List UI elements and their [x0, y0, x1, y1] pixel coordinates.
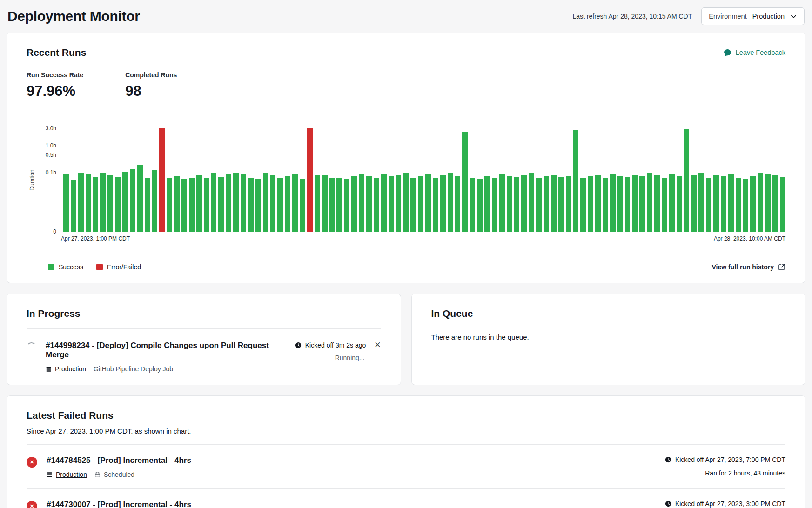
chart-bar-success[interactable]	[381, 174, 387, 232]
chart-bar-success[interactable]	[218, 177, 224, 232]
chart-bar-success[interactable]	[544, 176, 549, 232]
chart-bar-success[interactable]	[403, 173, 409, 232]
chart-bar-success[interactable]	[196, 175, 202, 232]
chart-bar-success[interactable]	[677, 176, 682, 232]
chart-bar-failed[interactable]	[159, 128, 165, 232]
chart-bar-success[interactable]	[366, 176, 372, 232]
chart-bar-success[interactable]	[669, 174, 675, 232]
chart-bar-success[interactable]	[389, 176, 394, 232]
environment-selector[interactable]: Environment Production	[701, 7, 805, 25]
chart-bar-success[interactable]	[750, 176, 756, 232]
chart-bar-success[interactable]	[551, 175, 557, 232]
close-icon[interactable]: ✕	[374, 341, 381, 349]
chart-bar-success[interactable]	[455, 176, 460, 232]
chart-bar-success[interactable]	[115, 177, 121, 232]
chart-bar-success[interactable]	[359, 174, 364, 232]
chart-bar-success[interactable]	[226, 174, 231, 232]
chart-bar-success[interactable]	[107, 175, 113, 232]
chart-bar-success[interactable]	[780, 177, 785, 232]
chart-bar-success[interactable]	[639, 176, 645, 232]
chart-bar-success[interactable]	[152, 170, 158, 232]
chart-bar-success[interactable]	[167, 178, 172, 232]
chart-bar-success[interactable]	[300, 179, 305, 232]
chart-bar-success[interactable]	[492, 178, 497, 232]
view-full-run-history-link[interactable]: View full run history	[711, 263, 785, 271]
chart-bar-success[interactable]	[603, 178, 608, 232]
chart-bar-success[interactable]	[721, 176, 726, 232]
chart-bar-success[interactable]	[322, 175, 328, 232]
chart-bar-success[interactable]	[499, 174, 505, 232]
chart-bar-success[interactable]	[418, 176, 423, 232]
chart-bar-success[interactable]	[698, 173, 704, 232]
chart-bar-success[interactable]	[736, 178, 741, 232]
chart-bar-success[interactable]	[351, 176, 357, 232]
chart-bar-success[interactable]	[425, 174, 431, 232]
chart-bar-success[interactable]	[270, 175, 276, 232]
chart-bar-success[interactable]	[137, 165, 143, 232]
chart-bar-success[interactable]	[277, 178, 283, 232]
chart-bar-success[interactable]	[765, 174, 771, 232]
leave-feedback-link[interactable]: Leave Feedback	[724, 49, 785, 57]
chart-bar-success[interactable]	[647, 173, 652, 232]
chart-bar-success[interactable]	[130, 169, 135, 232]
chart-bar-success[interactable]	[713, 175, 719, 232]
chart-bar-success[interactable]	[662, 178, 667, 232]
chart-bar-success[interactable]	[93, 177, 99, 232]
chart-bar-success[interactable]	[595, 175, 601, 232]
chart-bar-success[interactable]	[462, 132, 468, 232]
chart-bar-success[interactable]	[610, 174, 616, 232]
chart-bar-success[interactable]	[122, 172, 128, 232]
chart-bar-success[interactable]	[396, 175, 401, 232]
chart-bar-success[interactable]	[470, 178, 475, 232]
chart-bar-success[interactable]	[691, 175, 697, 232]
chart-bar-success[interactable]	[433, 178, 438, 232]
chart-bar-success[interactable]	[566, 176, 571, 232]
chart-bar-success[interactable]	[315, 175, 320, 232]
chart-bar-success[interactable]	[580, 178, 586, 232]
chart-bar-success[interactable]	[263, 173, 268, 232]
chart-bar-success[interactable]	[174, 176, 180, 232]
chart-bar-success[interactable]	[329, 178, 335, 232]
chart-bar-success[interactable]	[477, 179, 483, 232]
chart-bar-success[interactable]	[86, 174, 91, 232]
chart-bar-success[interactable]	[204, 178, 209, 232]
chart-bar-success[interactable]	[255, 179, 261, 232]
chart-bar-success[interactable]	[71, 180, 76, 232]
chart-bar-success[interactable]	[558, 177, 564, 232]
chart-bar-success[interactable]	[336, 178, 342, 232]
chart-bar-success[interactable]	[625, 177, 631, 232]
chart-bar-success[interactable]	[241, 174, 246, 232]
chart-bar-success[interactable]	[514, 177, 519, 232]
chart-bar-success[interactable]	[189, 178, 195, 232]
chart-bar-success[interactable]	[448, 173, 453, 232]
chart-bar-success[interactable]	[529, 173, 534, 232]
chart-bar-success[interactable]	[521, 175, 527, 232]
chart-bar-success[interactable]	[181, 179, 187, 232]
environment-link[interactable]: Production	[46, 365, 86, 373]
chart-bar-failed[interactable]	[307, 128, 313, 232]
chart-bar-success[interactable]	[772, 175, 778, 232]
chart-bar-success[interactable]	[728, 174, 734, 232]
chart-bar-success[interactable]	[292, 174, 298, 232]
chart-bar-success[interactable]	[78, 173, 84, 232]
chart-bar-success[interactable]	[63, 174, 69, 232]
chart-bar-success[interactable]	[100, 173, 106, 232]
chart-bar-success[interactable]	[588, 176, 593, 232]
chart-bar-success[interactable]	[484, 176, 490, 232]
chart-bar-success[interactable]	[706, 178, 711, 232]
chart-bar-success[interactable]	[536, 178, 542, 232]
chart-bar-success[interactable]	[654, 175, 660, 232]
environment-link[interactable]: Production	[47, 471, 87, 478]
chart-bar-success[interactable]	[344, 179, 349, 232]
chart-bar-success[interactable]	[374, 178, 379, 232]
chart-bar-success[interactable]	[632, 175, 638, 232]
chart-bar-success[interactable]	[233, 173, 239, 232]
chart-bar-success[interactable]	[743, 179, 749, 232]
chart-bar-success[interactable]	[440, 175, 446, 232]
chart-bar-success[interactable]	[617, 176, 623, 232]
chart-bar-success[interactable]	[573, 130, 578, 232]
chart-bar-success[interactable]	[285, 176, 290, 232]
chart-bar-success[interactable]	[211, 173, 217, 232]
chart-bar-success[interactable]	[684, 129, 690, 232]
chart-bar-success[interactable]	[507, 176, 512, 232]
